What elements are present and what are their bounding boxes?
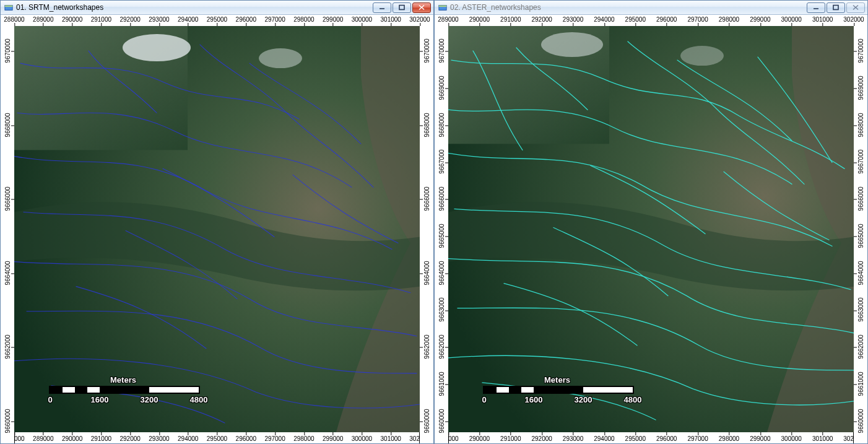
close-button[interactable] xyxy=(846,2,865,13)
axis-tick: 9660000 xyxy=(854,409,867,434)
axis-tick: 300000 xyxy=(781,15,802,26)
window-title: 02. ASTER_networkshapes xyxy=(450,3,541,12)
axis-tick: 291000 xyxy=(91,15,111,26)
axis-tick: 295000 xyxy=(625,15,646,26)
x-axis-bottom: 2890002900002910002920002930002940002950… xyxy=(448,432,854,443)
axis-tick: 302000 xyxy=(409,15,430,26)
axis-tick: 292000 xyxy=(531,15,552,26)
axis-tick: 298000 xyxy=(719,432,739,443)
satellite-basemap xyxy=(14,26,420,432)
axis-tick: 299000 xyxy=(750,15,770,26)
axis-tick: 297000 xyxy=(687,15,708,26)
window-title: 01. SRTM_networkshapes xyxy=(16,3,103,12)
titlebar[interactable]: 02. ASTER_networkshapes xyxy=(435,1,867,15)
axis-tick: 9665000 xyxy=(854,224,867,249)
window-controls xyxy=(373,2,431,13)
axis-tick: 9660000 xyxy=(435,409,448,434)
axis-tick: 9666000 xyxy=(1,186,14,212)
axis-tick: 9667000 xyxy=(854,150,867,175)
map-area[interactable]: 2890002900002910002920002930002940002950… xyxy=(435,15,867,443)
map-layer-icon xyxy=(4,3,13,12)
scale-bar-segments xyxy=(49,386,200,394)
axis-tick: 9666000 xyxy=(854,186,867,212)
axis-tick: 9668000 xyxy=(420,113,433,138)
y-axis-right: 9670000966800096660009664000966200096600… xyxy=(419,26,433,443)
axis-tick: 9670000 xyxy=(1,38,14,64)
map-window-srtm: 01. SRTM_networkshapes 28800028900029000… xyxy=(0,0,434,444)
axis-tick: 301000 xyxy=(381,432,401,443)
axis-tick: 290000 xyxy=(62,15,82,26)
axis-tick: 9660000 xyxy=(1,409,14,434)
axis-tick: 9663000 xyxy=(435,298,448,323)
svg-point-18 xyxy=(541,32,603,57)
axis-tick: 9668000 xyxy=(435,113,448,138)
axis-tick: 290000 xyxy=(62,432,82,443)
axis-tick: 9661000 xyxy=(854,372,867,397)
axis-tick: 295000 xyxy=(207,432,227,443)
map-window-aster: 02. ASTER_networkshapes 2890002900002910… xyxy=(434,0,868,444)
axis-tick: 9664000 xyxy=(854,261,867,286)
y-axis-left: 9670000966800096660009664000966200096600… xyxy=(1,26,15,443)
gis-workspace: 01. SRTM_networkshapes 28800028900029000… xyxy=(0,0,868,444)
axis-tick: 296000 xyxy=(236,15,256,26)
axis-tick: 288000 xyxy=(4,15,24,26)
y-axis-left: 9670000966900096680009667000966600096650… xyxy=(435,26,449,443)
axis-tick: 289000 xyxy=(438,15,458,26)
axis-tick: 9662000 xyxy=(420,334,433,360)
axis-tick: 293000 xyxy=(563,15,583,26)
axis-tick: 289000 xyxy=(33,15,53,26)
x-axis-top: 2880002890002900002910002920002930002940… xyxy=(14,15,420,27)
axis-tick: 290000 xyxy=(469,15,490,26)
scale-bar: Meters 0 1600 3200 4800 xyxy=(483,375,634,404)
axis-tick: 9664000 xyxy=(1,261,14,286)
minimize-button[interactable] xyxy=(807,2,825,13)
axis-tick: 297000 xyxy=(264,15,285,26)
map-area[interactable]: 2880002890002900002910002920002930002940… xyxy=(1,15,433,443)
axis-tick: 9665000 xyxy=(435,224,448,249)
scale-labels: 0 1600 3200 4800 xyxy=(483,395,634,404)
axis-tick: 301000 xyxy=(812,15,833,26)
axis-tick: 293000 xyxy=(149,432,169,443)
scale-units: Meters xyxy=(49,375,197,385)
close-button[interactable] xyxy=(412,2,431,13)
axis-tick: 295000 xyxy=(625,432,646,443)
axis-tick: 9667000 xyxy=(435,150,448,175)
axis-tick: 292000 xyxy=(119,432,140,443)
scale-labels: 0 1600 3200 4800 xyxy=(49,395,200,404)
axis-tick: 9664000 xyxy=(420,261,433,286)
svg-rect-1 xyxy=(5,6,12,7)
axis-tick: 9668000 xyxy=(854,113,867,138)
axis-tick: 299000 xyxy=(323,432,343,443)
titlebar[interactable]: 01. SRTM_networkshapes xyxy=(1,1,433,15)
axis-tick: 299000 xyxy=(750,432,770,443)
axis-tick: 294000 xyxy=(594,15,614,26)
axis-tick: 9660000 xyxy=(420,409,433,434)
axis-tick: 9662000 xyxy=(854,334,867,360)
axis-tick: 9666000 xyxy=(420,186,433,212)
x-axis-top: 2890002900002910002920002930002940002950… xyxy=(448,15,854,27)
axis-tick: 298000 xyxy=(293,15,314,26)
axis-tick: 294000 xyxy=(594,432,614,443)
axis-tick: 300000 xyxy=(352,15,372,26)
axis-tick: 301000 xyxy=(381,15,401,26)
axis-tick: 9662000 xyxy=(435,334,448,360)
axis-tick: 9664000 xyxy=(435,261,448,286)
axis-tick: 299000 xyxy=(323,15,343,26)
axis-tick: 291000 xyxy=(500,432,521,443)
axis-tick: 294000 xyxy=(178,15,198,26)
axis-tick: 298000 xyxy=(293,432,314,443)
scale-bar-segments xyxy=(483,386,634,394)
axis-tick: 292000 xyxy=(531,432,552,443)
axis-tick: 9666000 xyxy=(435,186,448,212)
minimize-button[interactable] xyxy=(373,2,391,13)
axis-tick: 296000 xyxy=(656,15,677,26)
maximize-button[interactable] xyxy=(827,2,845,13)
maximize-button[interactable] xyxy=(393,2,411,13)
map-canvas[interactable]: Meters 0 1600 3200 4800 xyxy=(14,26,420,432)
axis-tick: 9669000 xyxy=(435,76,448,101)
scale-units: Meters xyxy=(483,375,631,385)
svg-rect-11 xyxy=(439,6,446,7)
axis-tick: 291000 xyxy=(500,15,521,26)
map-canvas[interactable]: Meters 0 1600 3200 4800 xyxy=(448,26,854,432)
y-axis-right: 9670000966900096680009667000966600096650… xyxy=(853,26,867,443)
